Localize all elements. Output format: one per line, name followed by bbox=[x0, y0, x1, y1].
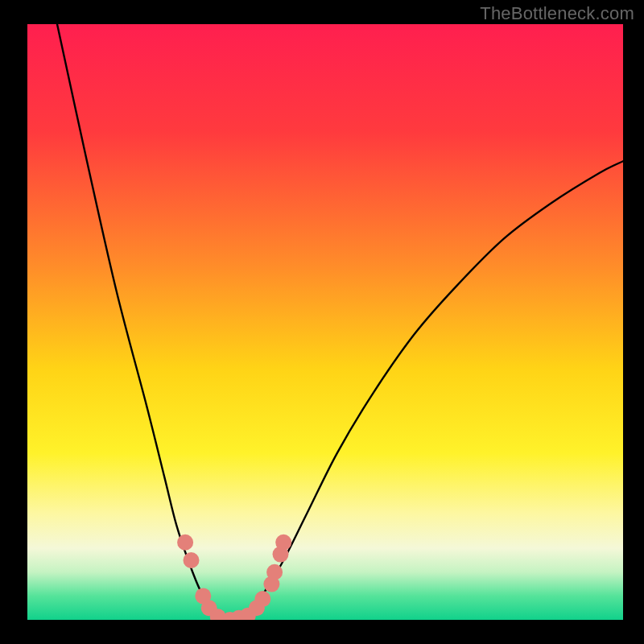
marker-dot bbox=[184, 552, 200, 568]
marker-dot bbox=[254, 591, 270, 607]
marker-dot bbox=[266, 564, 283, 580]
heat-gradient-background bbox=[27, 24, 623, 620]
chart-frame: TheBottleneck.com bbox=[0, 0, 644, 644]
marker-dot bbox=[177, 535, 193, 551]
marker-dot bbox=[275, 535, 291, 551]
bottleneck-chart bbox=[0, 0, 644, 644]
